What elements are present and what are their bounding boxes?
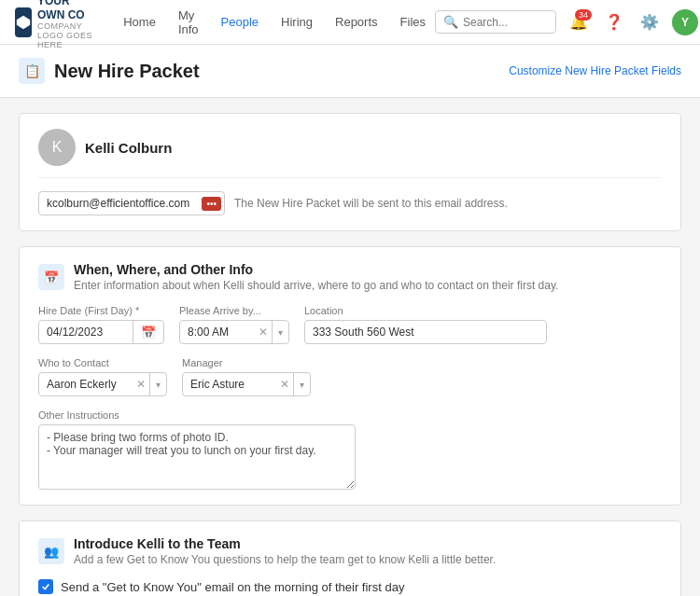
- introduce-subtitle: Add a few Get to Know You questions to h…: [74, 553, 496, 566]
- logo-icon: [15, 7, 32, 37]
- search-icon: 🔍: [443, 15, 458, 29]
- hire-date-input[interactable]: [39, 321, 133, 343]
- form-row-2: Who to Contact Aaron Eckerly ✕ ▾ Manager…: [38, 357, 662, 396]
- employee-avatar: K: [38, 129, 76, 166]
- hire-date-label: Hire Date (First Day) *: [38, 305, 164, 316]
- who-to-contact-label: Who to Contact: [38, 357, 167, 368]
- search-box[interactable]: 🔍: [435, 10, 556, 34]
- manager-wrapper[interactable]: Eric Asture ✕ ▾: [182, 372, 311, 396]
- email-row: ••• The New Hire Packet will be sent to …: [38, 191, 662, 215]
- nav-hiring[interactable]: Hiring: [272, 9, 322, 35]
- logo[interactable]: YOUR OWN CO COMPANY LOGO GOES HERE: [15, 0, 95, 49]
- logo-text: YOUR OWN CO COMPANY LOGO GOES HERE: [37, 0, 95, 49]
- nav-home[interactable]: Home: [114, 9, 165, 35]
- other-instructions-label: Other Instructions: [38, 409, 662, 421]
- send-gtky-row: Send a "Get to Know You" email on the mo…: [38, 579, 662, 594]
- nav-myinfo[interactable]: My Info: [169, 3, 208, 42]
- company-tagline: COMPANY LOGO GOES HERE: [37, 21, 95, 49]
- email-options-button[interactable]: •••: [202, 197, 221, 211]
- nav-right: 🔍 🔔 34 ❓ ⚙️ Y: [435, 9, 698, 35]
- introduce-title-group: Introduce Kelli to the Team Add a few Ge…: [74, 536, 496, 566]
- navbar: YOUR OWN CO COMPANY LOGO GOES HERE Home …: [0, 0, 700, 45]
- arrive-by-group: Please Arrive by... ✕ ▾: [179, 305, 289, 344]
- manager-clear[interactable]: ✕: [276, 378, 293, 391]
- arrive-by-input[interactable]: [180, 321, 255, 343]
- location-group: Location: [304, 305, 547, 344]
- who-to-contact-arrow[interactable]: ▾: [149, 373, 166, 395]
- page-title: New Hire Packet: [54, 61, 200, 82]
- notification-badge: 34: [575, 9, 592, 21]
- manager-group: Manager Eric Asture ✕ ▾: [182, 357, 311, 396]
- employee-name: Kelli Colburn: [85, 140, 172, 156]
- other-instructions-group: Other Instructions - Please bring two fo…: [38, 409, 662, 490]
- when-where-section: 📅 When, Where, and Other Info Enter info…: [20, 247, 680, 505]
- introduce-title: Introduce Kelli to the Team: [74, 536, 496, 551]
- time-clear-button[interactable]: ✕: [255, 326, 272, 339]
- settings-icon[interactable]: ⚙️: [637, 9, 663, 35]
- who-to-contact-group: Who to Contact Aaron Eckerly ✕ ▾: [38, 357, 167, 396]
- form-row-1: Hire Date (First Day) * 📅 Please Arrive …: [38, 305, 662, 344]
- employee-card: K Kelli Colburn ••• The New Hire Packet …: [19, 113, 681, 231]
- arrive-by-wrapper[interactable]: ✕ ▾: [179, 320, 289, 344]
- notification-bell[interactable]: 🔔 34: [566, 9, 592, 35]
- location-label: Location: [304, 305, 547, 316]
- introduce-icon: 👥: [38, 538, 64, 564]
- when-where-subtitle: Enter information about when Kelli shoul…: [74, 279, 558, 292]
- introduce-section: 👥 Introduce Kelli to the Team Add a few …: [20, 521, 680, 596]
- manager-label: Manager: [182, 357, 311, 368]
- calendar-icon[interactable]: 📅: [133, 321, 163, 343]
- nav-people[interactable]: People: [212, 9, 268, 35]
- nav-links: Home My Info People Hiring Reports Files: [114, 3, 435, 42]
- when-where-title-group: When, Where, and Other Info Enter inform…: [74, 262, 558, 292]
- nav-files[interactable]: Files: [391, 9, 435, 35]
- page-title-area: 📋 New Hire Packet: [19, 58, 200, 84]
- when-where-header: 📅 When, Where, and Other Info Enter info…: [38, 262, 662, 292]
- send-gtky-label: Send a "Get to Know You" email on the mo…: [61, 580, 404, 594]
- employee-card-body: K Kelli Colburn ••• The New Hire Packet …: [20, 114, 680, 230]
- customize-link[interactable]: Customize New Hire Packet Fields: [509, 64, 681, 77]
- who-to-contact-clear[interactable]: ✕: [133, 378, 149, 391]
- send-gtky-checkbox[interactable]: [38, 579, 53, 594]
- arrive-by-label: Please Arrive by...: [179, 305, 289, 316]
- when-where-icon: 📅: [38, 264, 64, 290]
- introduce-card: 👥 Introduce Kelli to the Team Add a few …: [19, 520, 681, 596]
- company-name: YOUR OWN CO: [37, 0, 95, 21]
- new-hire-packet-icon: 📋: [19, 58, 45, 84]
- email-help-text: The New Hire Packet will be sent to this…: [234, 197, 508, 210]
- when-where-title: When, Where, and Other Info: [74, 262, 558, 277]
- email-field-wrapper: •••: [38, 191, 225, 215]
- page-header: 📋 New Hire Packet Customize New Hire Pac…: [0, 45, 700, 98]
- user-avatar[interactable]: Y: [672, 9, 698, 35]
- search-input[interactable]: [463, 16, 548, 29]
- hire-date-group: Hire Date (First Day) * 📅: [38, 305, 164, 344]
- svg-marker-0: [17, 15, 30, 28]
- other-instructions-textarea[interactable]: - Please bring two forms of photo ID. - …: [38, 424, 356, 490]
- hire-date-wrapper[interactable]: 📅: [38, 320, 164, 344]
- email-input[interactable]: [38, 191, 225, 215]
- who-to-contact-select[interactable]: Aaron Eckerly: [39, 373, 133, 395]
- help-icon[interactable]: ❓: [601, 9, 627, 35]
- manager-arrow[interactable]: ▾: [293, 373, 310, 395]
- main-content: K Kelli Colburn ••• The New Hire Packet …: [0, 98, 700, 596]
- introduce-header: 👥 Introduce Kelli to the Team Add a few …: [38, 536, 662, 566]
- nav-reports[interactable]: Reports: [326, 9, 387, 35]
- manager-select[interactable]: Eric Asture: [183, 373, 276, 395]
- location-input[interactable]: [304, 320, 547, 344]
- employee-info: K Kelli Colburn: [38, 129, 662, 178]
- when-where-card: 📅 When, Where, and Other Info Enter info…: [19, 246, 681, 506]
- who-to-contact-wrapper[interactable]: Aaron Eckerly ✕ ▾: [38, 372, 167, 396]
- time-dropdown-button[interactable]: ▾: [272, 321, 288, 343]
